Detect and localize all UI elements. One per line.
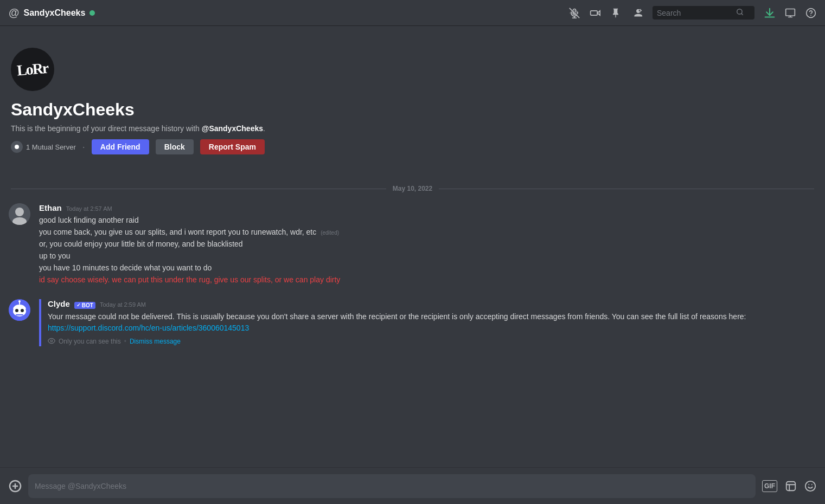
online-status-dot — [89, 10, 95, 16]
edited-tag: (edited) — [321, 230, 339, 236]
messages-container: Ethan Today at 2:57 AM good luck finding… — [0, 201, 825, 351]
svg-rect-17 — [16, 314, 23, 315]
svg-point-25 — [805, 481, 815, 490]
svg-point-16 — [21, 309, 24, 312]
add-friend-button[interactable]: Add Friend — [92, 139, 149, 154]
message-group-clyde: Clyde ✓ BOT Today at 2:59 AM Your messag… — [9, 297, 816, 348]
clyde-ephemeral-info: Only you can see this • Dismiss message — [48, 337, 816, 346]
dm-profile-name: SandyxCheeks — [11, 100, 814, 120]
svg-point-20 — [50, 340, 53, 342]
ethan-line-1: good luck finding another raid — [39, 215, 816, 226]
main-content: LoRr SandyxCheeks This is the beginning … — [0, 26, 825, 467]
discord-support-link[interactable]: https://support.discord.com/hc/en-us/art… — [48, 324, 249, 332]
help-icon[interactable] — [805, 8, 816, 18]
ethan-message-body: Ethan Today at 2:57 AM good luck finding… — [39, 203, 816, 286]
header-right — [569, 6, 816, 20]
ethan-avatar — [9, 203, 30, 225]
clyde-message-body: Clyde ✓ BOT Today at 2:59 AM Your messag… — [39, 299, 816, 346]
mutual-server-count: 1 Mutual Server — [26, 143, 76, 151]
block-button[interactable]: Block — [156, 139, 194, 154]
clyde-line-1: Your message could not be delivered. Thi… — [48, 311, 816, 334]
message-input-box[interactable]: Message @SandyxCheeks — [28, 474, 756, 498]
svg-rect-24 — [786, 481, 796, 490]
clyde-username: Clyde — [48, 299, 70, 308]
dm-desc-start: This is the beginning of your direct mes… — [11, 124, 202, 133]
dm-profile-header: LoRr SandyxCheeks This is the beginning … — [0, 26, 825, 176]
mutual-server-icon — [11, 141, 23, 153]
date-divider-line-right — [439, 189, 814, 189]
message-input-placeholder: Message @SandyxCheeks — [35, 482, 126, 490]
pin-icon[interactable] — [610, 8, 621, 18]
svg-rect-6 — [786, 9, 795, 16]
svg-point-11 — [15, 208, 24, 216]
sticker-icon[interactable] — [785, 480, 797, 492]
svg-rect-1 — [591, 10, 598, 15]
ethan-line-5: you have 10 minutes to decide what you w… — [39, 262, 816, 274]
top-header: @ SandyxCheeks — [0, 0, 825, 26]
clyde-avatar — [9, 299, 30, 321]
svg-point-9 — [15, 145, 19, 149]
ethan-line-3: or, you could enjoy your little bit of m… — [39, 238, 816, 250]
ethan-message-header: Ethan Today at 2:57 AM — [39, 203, 816, 212]
dm-avatar: LoRr — [11, 48, 54, 91]
ethan-line-2: you come back, you give us our splits, a… — [39, 227, 816, 238]
header-left: @ SandyxCheeks — [9, 7, 95, 19]
search-box[interactable] — [653, 6, 754, 20]
bot-badge: ✓ BOT — [74, 302, 95, 309]
ethan-line-6: id say choose wisely. we can put this un… — [39, 274, 816, 286]
voice-mute-icon[interactable] — [569, 8, 580, 18]
search-icon — [736, 8, 744, 17]
header-username: SandyxCheeks — [24, 8, 86, 18]
ethan-timestamp: Today at 2:57 AM — [66, 205, 112, 212]
popout-icon[interactable] — [785, 8, 796, 18]
dm-avatar-text: LoRr — [16, 60, 49, 80]
ephemeral-separator: • — [124, 338, 126, 345]
svg-point-15 — [15, 309, 18, 312]
gif-icon[interactable]: GIF — [762, 480, 777, 492]
separator-dot: · — [82, 142, 85, 152]
message-group-ethan: Ethan Today at 2:57 AM good luck finding… — [9, 201, 816, 288]
video-icon[interactable] — [590, 8, 600, 18]
mutual-server-info: 1 Mutual Server — [11, 141, 76, 153]
svg-line-4 — [741, 14, 743, 15]
date-divider-text: May 10, 2022 — [393, 185, 432, 192]
bottom-bar: Message @SandyxCheeks GIF — [0, 467, 825, 504]
date-divider-line-left — [11, 189, 386, 189]
dm-mutual-actions: 1 Mutual Server · Add Friend Block Repor… — [11, 139, 814, 154]
ethan-username: Ethan — [39, 203, 62, 212]
date-divider: May 10, 2022 — [11, 185, 814, 192]
bot-check-icon: ✓ — [76, 302, 81, 308]
dm-description: This is the beginning of your direct mes… — [11, 124, 814, 133]
dm-desc-end: . — [263, 124, 265, 133]
add-friend-icon[interactable] — [631, 7, 643, 19]
search-input[interactable] — [657, 9, 733, 17]
dm-desc-handle: @SandyxCheeks — [202, 124, 263, 133]
plus-icon[interactable] — [9, 480, 22, 493]
dismiss-message-link[interactable]: Dismiss message — [130, 338, 181, 345]
report-spam-button[interactable]: Report Spam — [200, 139, 265, 154]
svg-point-19 — [18, 300, 21, 302]
ethan-line-4: up to you — [39, 250, 816, 262]
ephemeral-text: Only you can see this — [59, 338, 121, 345]
eye-icon — [48, 337, 55, 346]
clyde-timestamp: Today at 2:59 AM — [100, 301, 146, 308]
clyde-message-header: Clyde ✓ BOT Today at 2:59 AM — [48, 299, 816, 309]
download-icon[interactable] — [764, 8, 775, 18]
right-bottom-icons: GIF — [762, 480, 816, 492]
dm-at-icon: @ — [9, 7, 20, 19]
emoji-icon[interactable] — [804, 480, 816, 492]
